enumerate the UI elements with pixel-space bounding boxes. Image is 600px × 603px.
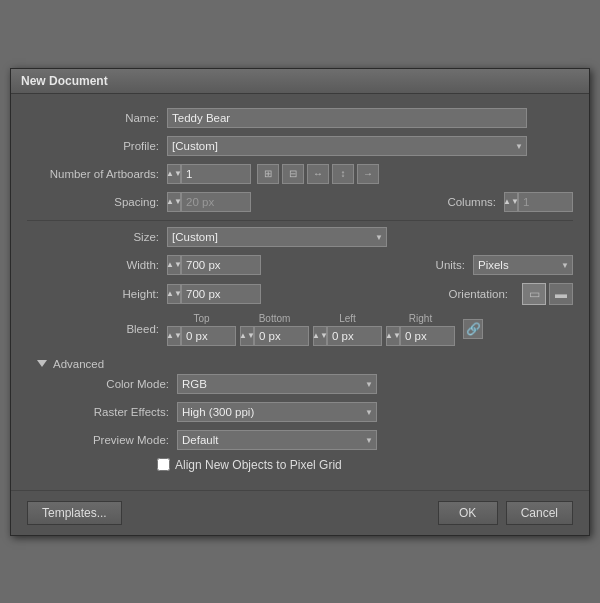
color-mode-label: Color Mode:: [37, 378, 177, 390]
orientation-buttons: ▭ ▬: [522, 283, 573, 305]
width-label: Width:: [27, 259, 167, 271]
dialog-footer: Templates... OK Cancel: [11, 490, 589, 535]
preview-select-wrapper: Default Pixel Overprint: [177, 430, 377, 450]
bleed-left-label: Left: [339, 313, 356, 324]
bleed-link-btn[interactable]: 🔗: [463, 319, 483, 339]
color-mode-select[interactable]: RGB CMYK Grayscale: [177, 374, 377, 394]
bleed-top-spinner: ▲▼: [167, 326, 236, 346]
artboards-input[interactable]: [181, 164, 251, 184]
units-select-wrapper: Pixels Inches Millimeters: [473, 255, 573, 275]
bleed-right-input[interactable]: [400, 326, 455, 346]
advanced-triangle-icon: [37, 360, 47, 367]
raster-row: Raster Effects: High (300 ppi) Medium (1…: [37, 402, 573, 422]
bleed-top-spin-btn[interactable]: ▲▼: [167, 326, 181, 346]
align-checkbox-label[interactable]: Align New Objects to Pixel Grid: [175, 458, 342, 472]
bleed-label: Bleed:: [27, 323, 167, 335]
footer-left: Templates...: [27, 501, 438, 525]
artboards-row: Number of Artboards: ▲▼ ⊞ ⊟ ↔ ↕ →: [27, 164, 573, 184]
name-input[interactable]: [167, 108, 527, 128]
bleed-left-input[interactable]: [327, 326, 382, 346]
artboard-arrange-btn-2[interactable]: ↕: [332, 164, 354, 184]
bleed-bottom-label: Bottom: [259, 313, 291, 324]
bleed-bottom-spinner: ▲▼: [240, 326, 309, 346]
advanced-label: Advanced: [53, 358, 104, 370]
units-select[interactable]: Pixels Inches Millimeters: [473, 255, 573, 275]
bleed-right-spinner: ▲▼: [386, 326, 455, 346]
bleed-left-col: Left ▲▼: [313, 313, 382, 346]
raster-select-wrapper: High (300 ppi) Medium (150 ppi) Screen (…: [177, 402, 377, 422]
bleed-bottom-col: Bottom ▲▼: [240, 313, 309, 346]
height-spin-btn[interactable]: ▲▼: [167, 284, 181, 304]
spacing-spin-btn[interactable]: ▲▼: [167, 192, 181, 212]
artboards-label: Number of Artboards:: [27, 168, 167, 180]
size-label: Size:: [27, 231, 167, 243]
advanced-section: Advanced Color Mode: RGB CMYK Grayscale: [27, 354, 573, 472]
artboard-grid-btn-1[interactable]: ⊞: [257, 164, 279, 184]
width-input[interactable]: [181, 255, 261, 275]
spacing-spinner: ▲▼: [167, 192, 251, 212]
width-spin-btn[interactable]: ▲▼: [167, 255, 181, 275]
raster-select[interactable]: High (300 ppi) Medium (150 ppi) Screen (…: [177, 402, 377, 422]
artboard-arrow-btn[interactable]: →: [357, 164, 379, 184]
artboards-spin-btn[interactable]: ▲▼: [167, 164, 181, 184]
footer-right: OK Cancel: [438, 501, 573, 525]
height-spinner: ▲▼: [167, 284, 261, 304]
height-label: Height:: [27, 288, 167, 300]
spacing-input[interactable]: [181, 192, 251, 212]
width-row: Width: ▲▼ Units: Pixels Inches Millimete…: [27, 255, 573, 275]
bleed-bottom-input[interactable]: [254, 326, 309, 346]
artboard-grid-btn-2[interactable]: ⊟: [282, 164, 304, 184]
templates-button[interactable]: Templates...: [27, 501, 122, 525]
size-select[interactable]: [Custom] Letter A4: [167, 227, 387, 247]
name-row: Name:: [27, 108, 573, 128]
portrait-btn[interactable]: ▭: [522, 283, 546, 305]
artboards-spinner: ▲▼: [167, 164, 251, 184]
columns-spin-btn[interactable]: ▲▼: [504, 192, 518, 212]
portrait-icon: ▭: [529, 287, 540, 301]
ok-button[interactable]: OK: [438, 501, 498, 525]
columns-input[interactable]: [518, 192, 573, 212]
orientation-label: Orientation:: [436, 288, 516, 300]
bleed-fields: Top ▲▼ Bottom ▲▼ Left ▲▼: [167, 313, 573, 346]
bleed-top-col: Top ▲▼: [167, 313, 236, 346]
preview-label: Preview Mode:: [37, 434, 177, 446]
bleed-right-col: Right ▲▼: [386, 313, 455, 346]
artboard-controls: ⊞ ⊟ ↔ ↕ →: [257, 164, 379, 184]
name-label: Name:: [27, 112, 167, 124]
size-row: Size: [Custom] Letter A4: [27, 227, 573, 247]
align-checkbox-row: Align New Objects to Pixel Grid: [157, 458, 573, 472]
profile-row: Profile: [Custom] Print Web Mobile: [27, 136, 573, 156]
landscape-icon: ▬: [555, 287, 567, 301]
bleed-top-label: Top: [193, 313, 209, 324]
cancel-button[interactable]: Cancel: [506, 501, 573, 525]
units-label: Units:: [423, 259, 473, 271]
artboard-arrange-btn-1[interactable]: ↔: [307, 164, 329, 184]
bleed-left-spin-btn[interactable]: ▲▼: [313, 326, 327, 346]
size-select-wrapper: [Custom] Letter A4: [167, 227, 387, 247]
profile-select[interactable]: [Custom] Print Web Mobile: [167, 136, 527, 156]
profile-label: Profile:: [27, 140, 167, 152]
profile-select-wrapper: [Custom] Print Web Mobile: [167, 136, 527, 156]
preview-row: Preview Mode: Default Pixel Overprint: [37, 430, 573, 450]
spacing-label: Spacing:: [27, 196, 167, 208]
bleed-bottom-spin-btn[interactable]: ▲▼: [240, 326, 254, 346]
align-checkbox[interactable]: [157, 458, 170, 471]
bleed-right-label: Right: [409, 313, 432, 324]
bleed-top-input[interactable]: [181, 326, 236, 346]
color-mode-select-wrapper: RGB CMYK Grayscale: [177, 374, 377, 394]
columns-spinner: ▲▼: [504, 192, 573, 212]
bleed-right-spin-btn[interactable]: ▲▼: [386, 326, 400, 346]
height-row: Height: ▲▼ Orientation: ▭ ▬: [27, 283, 573, 305]
preview-select[interactable]: Default Pixel Overprint: [177, 430, 377, 450]
dialog-title: New Document: [11, 69, 589, 94]
new-document-dialog: New Document Name: Profile: [Custom] Pri…: [10, 68, 590, 536]
divider-1: [27, 220, 573, 221]
height-input[interactable]: [181, 284, 261, 304]
advanced-content: Color Mode: RGB CMYK Grayscale Raster Ef…: [27, 374, 573, 472]
color-mode-row: Color Mode: RGB CMYK Grayscale: [37, 374, 573, 394]
width-spinner: ▲▼: [167, 255, 261, 275]
bleed-row: Bleed: Top ▲▼ Bottom ▲▼: [27, 313, 573, 346]
columns-label: Columns:: [434, 196, 504, 208]
landscape-btn[interactable]: ▬: [549, 283, 573, 305]
advanced-toggle[interactable]: Advanced: [27, 354, 573, 374]
